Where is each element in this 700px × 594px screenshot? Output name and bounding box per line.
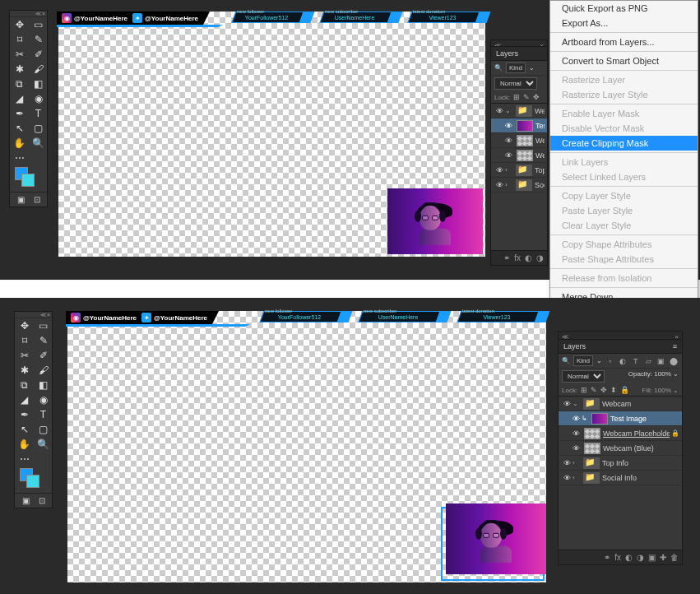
menu-item-quick-export-as-png[interactable]: Quick Export as PNG xyxy=(550,1,698,16)
new-layer-icon[interactable]: ✚ xyxy=(660,553,666,562)
blend-mode-select[interactable]: Normal xyxy=(562,370,605,383)
blend-mode-select[interactable]: Normal xyxy=(494,77,537,90)
artboard-tool[interactable]: ▭ xyxy=(34,318,53,333)
move-tool[interactable]: ✥ xyxy=(10,17,29,32)
layer-webcam-blue[interactable]: 👁Webc xyxy=(491,148,547,163)
lasso-tool[interactable]: ⌑ xyxy=(15,333,34,348)
lock-lock-icon[interactable]: 🔒 xyxy=(620,386,629,394)
eyedropper-tool[interactable]: ✐ xyxy=(29,47,48,62)
screenmode-icon[interactable]: ⊡ xyxy=(34,195,40,204)
layer-folder-socialinfo[interactable]: 👁›Social Info xyxy=(559,471,682,485)
layer-folder-topinfo[interactable]: 👁›Top Info xyxy=(559,456,682,471)
layer-folder-webcam[interactable]: 👁⌄Webcam xyxy=(559,397,682,411)
layer-test-image[interactable]: 👁Test xyxy=(491,118,547,133)
document-canvas[interactable]: ◉ @YourNameHere ✦ @YourNameHere new foll… xyxy=(67,311,546,582)
screenmode-icon[interactable]: ⊡ xyxy=(39,496,45,505)
opacity-value[interactable]: 100% xyxy=(654,370,670,378)
eraser-tool[interactable]: ◧ xyxy=(34,378,53,392)
gradient-tool[interactable]: ◢ xyxy=(15,392,34,407)
more-tool[interactable]: ⋯ xyxy=(15,452,34,466)
mask-icon[interactable]: ◐ xyxy=(525,253,532,262)
panel-tab-layers[interactable]: Layers xyxy=(491,47,547,61)
artboard-tool[interactable]: ▭ xyxy=(29,17,48,32)
menu-item-artboard-from-layers[interactable]: Artboard from Layers... xyxy=(550,35,698,49)
layer-folder-webcam[interactable]: 👁⌄Webcam xyxy=(491,104,547,118)
adjustment-icon[interactable]: ◑ xyxy=(637,553,644,562)
trash-icon[interactable]: 🗑 xyxy=(670,553,679,562)
hand-tool[interactable]: ✋ xyxy=(15,437,34,452)
layer-webcam-placeholder[interactable]: 👁Webc xyxy=(491,133,547,148)
lock-nested-icon[interactable]: ⬍ xyxy=(610,386,617,394)
visibility-icon[interactable]: 👁 xyxy=(561,459,573,467)
eraser-tool[interactable]: ◧ xyxy=(29,77,48,91)
eyedropper-tool[interactable]: ✐ xyxy=(34,348,53,363)
quick-select-tool[interactable]: ✎ xyxy=(34,333,53,348)
clone-tool[interactable]: ⧉ xyxy=(10,77,29,91)
quickmask-icon[interactable]: ▣ xyxy=(22,496,30,505)
toolbar-drag-handle[interactable]: ≪× xyxy=(15,312,52,318)
visibility-icon[interactable]: 👁 xyxy=(570,429,582,438)
zoom-tool[interactable]: 🔍 xyxy=(29,136,48,151)
shape-tool[interactable]: ▢ xyxy=(29,121,48,136)
link-layers-icon[interactable]: ⚭ xyxy=(503,253,510,262)
lock-pixels-icon[interactable]: ✎ xyxy=(591,386,597,394)
shape-tool[interactable]: ▢ xyxy=(34,422,53,437)
brush-tool[interactable]: 🖌 xyxy=(34,363,53,378)
visibility-icon[interactable]: 👁 xyxy=(503,137,514,145)
menu-item-export-as[interactable]: Export As... xyxy=(550,16,698,30)
menu-item-convert-to-smart-object[interactable]: Convert to Smart Object xyxy=(550,53,698,68)
background-color[interactable] xyxy=(21,174,35,187)
healing-tool[interactable]: ✱ xyxy=(15,363,34,378)
kind-select[interactable]: Kind xyxy=(573,355,593,366)
layer-folder-topinfo[interactable]: 👁›Top Info xyxy=(491,163,547,178)
filter-smart-icon[interactable]: ▣ xyxy=(656,356,666,366)
gradient-tool[interactable]: ◢ xyxy=(10,91,29,106)
path-tool[interactable]: ↖ xyxy=(10,121,29,136)
fx-icon[interactable]: fx xyxy=(514,253,521,262)
type-tool[interactable]: T xyxy=(34,407,53,422)
lock-all-icon[interactable]: ⊞ xyxy=(513,93,520,101)
link-layers-icon[interactable]: ⚭ xyxy=(604,553,610,562)
pen-tool[interactable]: ✒ xyxy=(10,106,29,121)
pen-tool[interactable]: ✒ xyxy=(15,407,34,422)
visibility-icon[interactable]: 👁 xyxy=(494,181,505,189)
group-icon[interactable]: ▣ xyxy=(648,553,656,562)
lock-pixels-icon[interactable]: ✎ xyxy=(523,93,530,101)
clone-tool[interactable]: ⧉ xyxy=(15,378,34,392)
crop-tool[interactable]: ✂ xyxy=(10,47,29,62)
blur-tool[interactable]: ◉ xyxy=(29,91,48,106)
document-canvas[interactable]: ◉ @YourNameHere ✦ @YourNameHere new foll… xyxy=(58,12,485,257)
blur-tool[interactable]: ◉ xyxy=(34,392,53,407)
healing-tool[interactable]: ✱ xyxy=(10,62,29,77)
lock-position-icon[interactable]: ✥ xyxy=(533,93,540,101)
filter-shape-icon[interactable]: ▱ xyxy=(644,356,654,366)
crop-tool[interactable]: ✂ xyxy=(15,348,34,363)
filter-type-icon[interactable]: T xyxy=(631,356,641,366)
visibility-icon[interactable]: 👁 xyxy=(494,107,505,115)
filter-toggle-icon[interactable]: ⬤ xyxy=(670,356,679,366)
quick-select-tool[interactable]: ✎ xyxy=(29,32,48,47)
visibility-icon[interactable]: 👁 xyxy=(561,474,573,482)
layer-webcam-placeholder[interactable]: 👁Webcam Placeholder🔒 xyxy=(559,426,682,441)
panel-menu-icon[interactable]: ≡ xyxy=(673,342,677,350)
lock-position-icon[interactable]: ✥ xyxy=(600,386,607,394)
layer-webcam-blue[interactable]: 👁Webcam (Blue) xyxy=(559,441,682,456)
brush-tool[interactable]: 🖌 xyxy=(29,62,48,77)
mask-icon[interactable]: ◐ xyxy=(625,553,633,562)
visibility-icon[interactable]: 👁 xyxy=(494,166,505,174)
fx-icon[interactable]: fx xyxy=(614,553,621,562)
adjustment-icon[interactable]: ◑ xyxy=(536,253,544,262)
filter-icon[interactable]: 🔍 xyxy=(562,357,570,364)
path-tool[interactable]: ↖ xyxy=(15,422,34,437)
hand-tool[interactable]: ✋ xyxy=(10,136,29,151)
fill-value[interactable]: 100% xyxy=(654,387,670,394)
move-tool[interactable]: ✥ xyxy=(15,318,34,333)
filter-icon[interactable]: 🔍 xyxy=(494,64,503,72)
kind-select[interactable]: Kind xyxy=(506,63,526,73)
more-tool[interactable]: ⋯ xyxy=(10,151,29,165)
layer-folder-socialinfo[interactable]: 👁›Social Inf xyxy=(491,178,547,193)
filter-image-icon[interactable]: ▫ xyxy=(605,356,615,366)
background-color[interactable] xyxy=(26,475,39,488)
panel-tab-layers[interactable]: Layers≡ xyxy=(559,340,682,354)
quickmask-icon[interactable]: ▣ xyxy=(17,195,25,204)
